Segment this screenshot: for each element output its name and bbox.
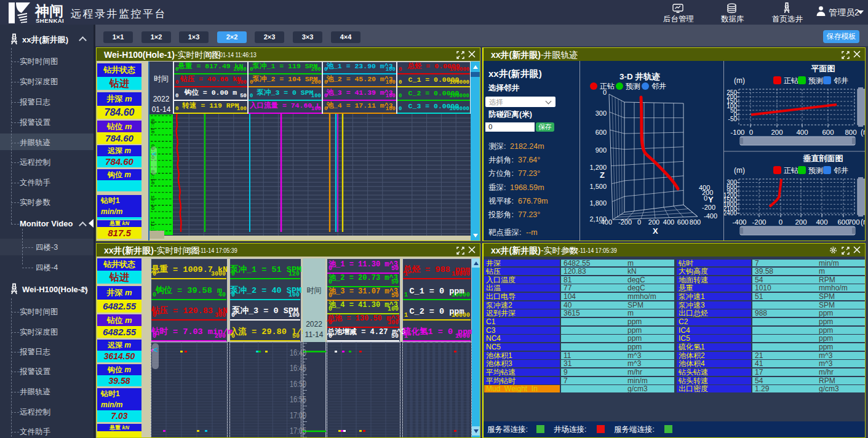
svg-text:(m): (m): [734, 76, 745, 85]
svg-text:-400: -400: [599, 218, 612, 226]
svg-text:2400: 2400: [724, 210, 737, 217]
svg-text:16:50: 16:50: [290, 379, 306, 389]
svg-text:16:40: 16:40: [290, 348, 306, 357]
svg-text:600: 600: [677, 218, 688, 226]
svg-text:(m): (m): [734, 166, 745, 175]
svg-text:邻井: 邻井: [834, 76, 848, 85]
svg-text:3-D 井轨迹: 3-D 井轨迹: [619, 72, 661, 81]
svg-text:400: 400: [663, 218, 674, 226]
svg-text:垂直剖面图: 垂直剖面图: [803, 154, 843, 163]
svg-text:0: 0: [704, 194, 707, 202]
svg-text:17:05: 17:05: [290, 426, 306, 436]
svg-text:正钻: 正钻: [600, 82, 615, 90]
svg-text:Y: Y: [708, 195, 714, 204]
svg-text:200: 200: [648, 218, 659, 226]
svg-text:800: 800: [690, 218, 701, 226]
svg-text:-200: -200: [618, 218, 632, 226]
svg-text:预测: 预测: [626, 82, 640, 90]
svg-text:-100: -100: [730, 129, 744, 136]
svg-text:X: X: [653, 226, 658, 236]
svg-text:300: 300: [595, 110, 607, 117]
svg-text:800: 800: [845, 129, 856, 136]
svg-text:1,200: 1,200: [589, 164, 607, 171]
svg-text:(m): (m): [861, 218, 866, 226]
svg-text:预测: 预测: [808, 166, 823, 175]
svg-text:400: 400: [796, 129, 808, 136]
svg-text:平面图: 平面图: [811, 64, 835, 73]
svg-text:0: 0: [749, 129, 753, 136]
svg-text:08:10: 08:10: [150, 119, 156, 133]
svg-text:正钻: 正钻: [784, 76, 798, 85]
svg-text:0: 0: [779, 218, 782, 226]
svg-text:邻井: 邻井: [834, 166, 848, 175]
svg-text:-50: -50: [728, 116, 738, 122]
svg-text:400: 400: [816, 218, 827, 226]
svg-text:700: 700: [848, 218, 859, 226]
svg-text:-400: -400: [704, 212, 717, 220]
svg-text:-200: -200: [702, 204, 715, 211]
svg-text:0: 0: [637, 218, 641, 226]
svg-text:邻井: 邻井: [651, 82, 666, 90]
svg-text:预测: 预测: [808, 76, 823, 85]
svg-text:600: 600: [595, 129, 607, 136]
svg-text:1,800: 1,800: [589, 199, 607, 207]
svg-text:-200: -200: [752, 218, 766, 226]
svg-text:16:55: 16:55: [290, 394, 306, 404]
svg-text:600: 600: [822, 129, 834, 136]
svg-text:17:00: 17:00: [290, 410, 306, 420]
svg-text:(m): (m): [861, 128, 866, 137]
svg-text:Z: Z: [600, 170, 605, 180]
svg-text:1,500: 1,500: [589, 183, 607, 190]
svg-text:0: 0: [603, 89, 607, 96]
svg-text:900: 900: [595, 146, 607, 154]
svg-text:正钻: 正钻: [784, 166, 798, 175]
svg-text:200: 200: [795, 218, 806, 226]
svg-text:200: 200: [771, 129, 782, 136]
svg-text:10:40: 10:40: [150, 196, 156, 210]
svg-text:16:45: 16:45: [290, 363, 306, 373]
svg-text:-400: -400: [732, 218, 746, 226]
